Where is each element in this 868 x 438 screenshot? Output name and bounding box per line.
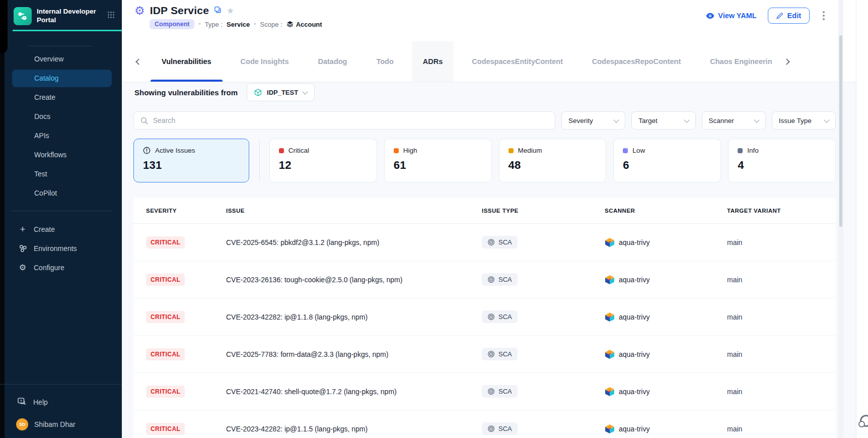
tab-todo[interactable]: Todo [365,41,404,82]
scanner-cell: aqua-trivy [605,275,727,285]
info-card[interactable]: Info 4 [728,139,836,182]
table-body: CRITICAL CVE-2025-6545: pbkdf2@3.1.2 (la… [133,224,836,438]
component-gear-icon: ⚙ [134,5,145,17]
medium-card[interactable]: Medium 48 [499,139,607,182]
table-row[interactable]: CRITICAL CVE-2023-42282: ip@1.1.5 (lang-… [133,410,836,438]
sidebar-action-label: Environments [34,244,77,253]
tabs-scroll-left[interactable] [130,41,147,82]
sidebar-item-create[interactable]: Create [12,89,112,106]
sidebar-divider-mid [12,211,112,211]
pencil-icon [776,12,783,19]
project-selector[interactable]: IDP_TEST [247,83,315,101]
aqua-trivy-icon [605,275,615,285]
low-card[interactable]: Low 6 [613,139,721,182]
tab-vulnerabilities[interactable]: Vulnerabilities [151,41,223,82]
kind-badge: Component [150,19,194,29]
col-severity: SEVERITY [146,208,226,214]
fingerprint-icon [487,313,495,321]
more-options-kebab-icon[interactable] [821,9,827,22]
issue-type-filter[interactable]: Issue Type [772,111,836,130]
tab-codespaces-repo-content[interactable]: CodespacesRepoContent [581,41,692,82]
col-target-variant: TARGET VARIANT [727,208,836,214]
copy-icon[interactable] [214,6,222,16]
issue-text: CVE-2025-7783: form-data@2.3.3 (lang-pkg… [226,350,482,358]
user-name: Shibam Dhar [34,420,76,428]
user-menu[interactable]: SD Shibam Dhar [0,415,122,434]
project-name: IDP_TEST [267,89,298,96]
showing-label: Showing vulnerabilities from [134,88,238,97]
scanner-cell: aqua-trivy [605,424,727,434]
table-row[interactable]: CRITICAL CVE-2023-42282: ip@1.1.8 (lang-… [133,298,836,336]
sidebar-item-copilot[interactable]: CoPilot [12,184,112,202]
active-issues-card[interactable]: Active Issues 131 [133,139,249,182]
high-card[interactable]: High 61 [384,139,492,182]
scanner-filter[interactable]: Scanner [702,111,766,130]
window-corner [0,0,8,53]
tabs-scroll-right[interactable] [778,41,795,82]
sidebar-item-apis[interactable]: APIs [12,127,112,145]
brand: Internal Developer Portal [0,0,122,30]
tab-chaos-engineering[interactable]: Chaos Engineerin [699,41,774,82]
scrollbar-thumb[interactable] [839,35,842,227]
sidebar-divider-bottom [0,384,122,385]
sidebar-item-docs[interactable]: Docs [12,108,112,126]
view-yaml-button[interactable]: View YAML [706,12,756,20]
sidebar-item-workflows[interactable]: Workflows [12,146,112,164]
avatar: SD [16,418,28,430]
critical-card[interactable]: Critical 12 [269,139,377,182]
stat-label: Info [747,147,759,154]
search-input[interactable] [153,116,548,124]
severity-swatch [623,148,628,153]
sidebar-item-test[interactable]: Test [12,165,112,183]
main-panel: ⚙ IDP Service ★ Component • Type : Servi… [122,0,856,438]
app-root: Internal Developer Portal Overview Catal… [0,0,868,438]
table-row[interactable]: CRITICAL CVE-2021-42740: shell-quote@1.7… [133,373,836,410]
severity-filter[interactable]: Severity [561,111,625,130]
cards-divider [259,140,260,181]
feedback-widget-icon[interactable] [860,415,868,427]
eye-icon [706,13,714,19]
issue-text: CVE-2025-6545: pbkdf2@3.1.2 (lang-pkgs, … [226,238,482,246]
edit-button[interactable]: Edit [768,8,810,24]
issue-type-chip: SCA [482,422,518,435]
edit-label: Edit [787,12,801,20]
sidebar-item-catalog[interactable]: Catalog [12,70,112,87]
target-variant-cell: main [727,238,836,246]
issue-type-chip: SCA [482,385,518,398]
table-row[interactable]: CRITICAL CVE-2023-26136: tough-cookie@2.… [133,261,836,298]
sidebar-item-overview[interactable]: Overview [12,50,112,68]
tab-code-insights[interactable]: Code Insights [230,41,300,82]
brand-title: Internal Developer Portal [37,8,102,25]
vulnerabilities-panel: Showing vulnerabilities from IDP_TEST [122,82,856,438]
stat-value: 48 [509,159,597,172]
sidebar-nav: Overview Catalog Create Docs APIs Workfl… [0,50,122,202]
severity-badge: CRITICAL [146,386,185,398]
scope-value: Account [296,21,322,28]
issue-type-chip: SCA [482,348,518,360]
sidebar-action-environments[interactable]: Environments [0,239,122,258]
fingerprint-icon [487,350,495,358]
sidebar-action-configure[interactable]: ⚙ Configure [0,258,122,277]
apps-grid-icon[interactable] [107,11,115,21]
sidebar-action-create[interactable]: + Create [0,220,122,239]
tab-adrs[interactable]: ADRs [412,41,454,82]
target-variant-cell: main [727,425,836,433]
scanner-cell: aqua-trivy [605,387,727,397]
issue-text: CVE-2021-42740: shell-quote@1.7.2 (lang-… [226,388,482,396]
table-row[interactable]: CRITICAL CVE-2025-6545: pbkdf2@3.1.2 (la… [133,224,836,261]
tab-codespaces-entity-content[interactable]: CodespacesEntityContent [461,41,573,82]
help-button[interactable]: ? Help [0,393,122,412]
fingerprint-icon [487,276,495,283]
favorite-star-icon[interactable]: ★ [227,6,234,16]
tab-datadog[interactable]: Datadog [307,41,358,82]
scope-value-group: Account [286,21,322,28]
gear-icon: ⚙ [18,264,27,272]
vertical-scrollbar[interactable] [838,0,843,438]
page-title: IDP Service [150,5,209,17]
target-filter[interactable]: Target [631,111,695,130]
issue-text: CVE-2023-42282: ip@1.1.8 (lang-pkgs, npm… [226,313,482,321]
filter-label: Issue Type [779,117,812,124]
view-yaml-label: View YAML [718,12,756,20]
stat-label: High [403,147,417,154]
table-row[interactable]: CRITICAL CVE-2025-7783: form-data@2.3.3 … [133,336,836,373]
